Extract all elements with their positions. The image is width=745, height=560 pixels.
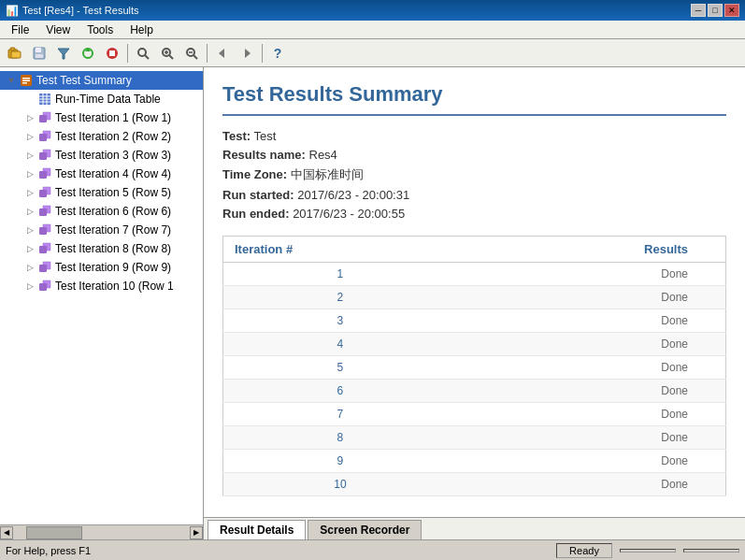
expander-iter8[interactable]: ▷	[22, 241, 37, 256]
toolbar-separator-3	[262, 44, 263, 63]
info-test: Test: Test	[222, 129, 726, 143]
iteration-link[interactable]: 9	[337, 454, 344, 467]
tree-item-iter3[interactable]: ▷ Test Iteration 3 (Row 3)	[0, 146, 203, 165]
svg-line-18	[193, 55, 197, 59]
menu-tools[interactable]: Tools	[79, 22, 121, 38]
menu-help[interactable]: Help	[122, 22, 161, 38]
tree-item-iter8[interactable]: ▷ Test Iteration 8 (Row 8)	[0, 239, 203, 258]
table-row: 9Done	[223, 450, 726, 473]
iteration-cell: 5	[223, 356, 457, 380]
table-row: 10Done	[223, 473, 726, 496]
expander-iter7[interactable]: ▷	[22, 223, 37, 237]
content-area: Test Results Summary Test: Test Results …	[204, 67, 745, 517]
window-title: Test [Res4] - Test Results	[22, 5, 139, 16]
result-cell: Done	[457, 450, 726, 473]
test-label: Test:	[222, 129, 251, 143]
scroll-right-arrow[interactable]: ▶	[190, 526, 203, 539]
result-cell: Done	[457, 309, 726, 333]
tree-item-iter1[interactable]: ▷ Test Iteration 1 (Row 1)	[0, 108, 203, 127]
expander-iter3[interactable]: ▷	[22, 148, 37, 163]
tree-item-iter6[interactable]: ▷ Test Iteration 6 (Row 6)	[0, 202, 203, 221]
tree-item-iter7[interactable]: ▷ Test Iteration 7 (Row 7)	[0, 221, 203, 239]
maximize-button[interactable]: □	[708, 4, 723, 17]
iteration-link[interactable]: 1	[337, 267, 344, 280]
expander-iter4[interactable]: ▷	[22, 166, 37, 181]
tree-label-runtime: Run-Time Data Table	[55, 93, 161, 106]
iteration-link[interactable]: 3	[337, 314, 344, 327]
result-cell: Done	[457, 380, 726, 403]
tree-item-iter9[interactable]: ▷ Test Iteration 9 (Row 9)	[0, 258, 203, 277]
expander-iter5[interactable]: ▷	[22, 185, 37, 200]
ready-text: Ready	[569, 545, 599, 556]
forward-button[interactable]	[236, 42, 258, 65]
tree-item-iter10[interactable]: ▷ Test Iteration 10 (Row 1	[0, 277, 203, 295]
status-bar: For Help, press F1 Ready	[0, 539, 745, 560]
expander-iter1[interactable]: ▷	[22, 110, 37, 125]
menu-view[interactable]: View	[38, 22, 78, 38]
iteration-link[interactable]: 6	[337, 384, 344, 397]
iteration-link[interactable]: 7	[337, 408, 344, 421]
back-button[interactable]	[211, 42, 234, 65]
filter-button[interactable]	[52, 42, 75, 65]
svg-line-12	[145, 55, 149, 59]
run-ended-value: 2017/6/23 - 20:00:55	[293, 207, 405, 221]
expander-iter10[interactable]: ▷	[22, 279, 37, 294]
svg-rect-24	[22, 80, 30, 82]
open-button[interactable]	[4, 42, 26, 65]
svg-marker-21	[245, 49, 251, 58]
results-name-label: Results name:	[222, 148, 306, 162]
tree-label-iter3: Test Iteration 3 (Row 3)	[55, 149, 171, 162]
expander-iter9[interactable]: ▷	[22, 260, 37, 275]
tree-item-iter5[interactable]: ▷ Test Iteration 5 (Row 5)	[0, 183, 203, 202]
tree-label-summary: Test Test Summary	[36, 74, 132, 87]
iteration-link[interactable]: 8	[337, 431, 344, 444]
close-button[interactable]: ✕	[724, 4, 739, 17]
expander-iter2[interactable]: ▷	[22, 129, 37, 144]
svg-rect-4	[36, 48, 41, 52]
svg-rect-32	[39, 115, 47, 122]
status-panel-2	[620, 549, 676, 553]
tree-item-iter2[interactable]: ▷ Test Iteration 2 (Row 2)	[0, 127, 203, 146]
table-row: 1Done	[223, 263, 726, 286]
refresh-button[interactable]	[77, 42, 99, 65]
help-button[interactable]: ?	[266, 42, 289, 65]
tree-item-summary[interactable]: ▼ Test Test Summary	[0, 71, 203, 90]
menu-file[interactable]: File	[4, 22, 36, 38]
iteration-cell: 4	[223, 333, 457, 356]
zoom-out-button[interactable]	[180, 42, 203, 65]
scroll-thumb[interactable]	[26, 526, 82, 539]
svg-rect-48	[39, 265, 47, 272]
runtime-icon	[37, 92, 52, 107]
table-row: 6Done	[223, 380, 726, 403]
svg-point-11	[138, 49, 146, 56]
minimize-button[interactable]: ─	[691, 4, 706, 17]
iteration-cell: 1	[223, 263, 457, 286]
tree-item-runtime[interactable]: ▷ Run-Time Data Table	[0, 90, 203, 108]
iteration-link[interactable]: 4	[337, 337, 344, 351]
iteration-cell: 3	[223, 309, 457, 333]
main-area: ▼ Test Test Summary ▷	[0, 67, 745, 539]
expander-iter6[interactable]: ▷	[22, 204, 37, 219]
iteration-cell: 2	[223, 286, 457, 309]
tab-screen-recorder[interactable]: Screen Recorder	[308, 520, 422, 539]
zoom-in-button[interactable]	[156, 42, 179, 65]
tree-item-iter4[interactable]: ▷ Test Iteration 4 (Row 4)	[0, 165, 203, 183]
iteration-link[interactable]: 5	[337, 361, 344, 374]
svg-marker-20	[219, 49, 224, 58]
svg-rect-44	[39, 227, 47, 235]
result-cell: Done	[457, 333, 726, 356]
scroll-left-arrow[interactable]: ◀	[0, 526, 13, 539]
iteration-link[interactable]: 2	[337, 291, 344, 304]
save-button[interactable]	[28, 42, 50, 65]
iter1-icon	[37, 110, 52, 125]
find-button[interactable]	[132, 42, 154, 65]
timezone-label: Time Zone:	[222, 167, 287, 181]
expander-summary[interactable]: ▼	[4, 73, 19, 88]
svg-rect-42	[39, 208, 47, 216]
iteration-link[interactable]: 10	[334, 478, 346, 491]
iter4-icon	[37, 166, 52, 181]
svg-rect-5	[36, 54, 43, 58]
toolbar-separator-1	[127, 44, 128, 63]
stop-button[interactable]	[101, 42, 123, 65]
tab-result-details[interactable]: Result Details	[208, 520, 306, 539]
